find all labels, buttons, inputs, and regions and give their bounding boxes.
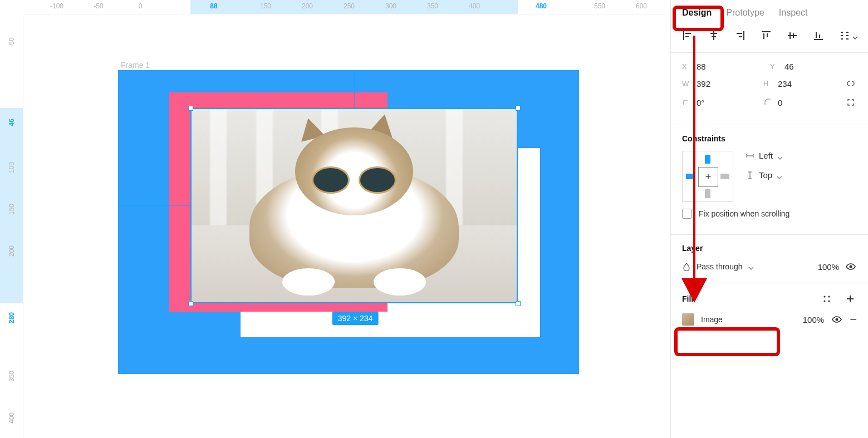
corner-icon	[763, 97, 773, 108]
fill-type[interactable]: Image	[701, 315, 784, 324]
tab-inspect[interactable]: Inspect	[779, 8, 808, 18]
ruler-h-tick: 300	[385, 2, 396, 10]
droplet-icon	[682, 262, 691, 271]
layer-title: Layer	[682, 244, 857, 253]
smart-guide-horizontal	[118, 205, 190, 206]
svg-point-3	[823, 300, 825, 302]
ruler-v-tick: 350	[8, 371, 16, 382]
cat-paw	[282, 268, 335, 296]
constraint-center-icon[interactable]: +	[698, 167, 718, 187]
corner-value[interactable]: 0	[778, 98, 782, 107]
rotation-icon	[682, 97, 692, 108]
remove-fill-icon[interactable]: −	[850, 313, 857, 326]
ruler-v-tick: 200	[8, 245, 16, 257]
style-picker-icon[interactable]	[820, 292, 833, 306]
align-vcenter-icon[interactable]	[786, 29, 798, 42]
rotation-value[interactable]: 0°	[697, 98, 704, 107]
selected-image[interactable]	[190, 108, 518, 303]
fill-visibility-icon[interactable]	[831, 313, 843, 326]
x-label: X	[682, 62, 692, 71]
ruler-h-tick: 350	[427, 2, 438, 10]
cat-paw	[374, 268, 426, 296]
selection-handle-sw[interactable]	[188, 301, 193, 306]
canvas-viewport[interactable]: Frame 1	[23, 14, 670, 438]
align-top-icon[interactable]	[759, 29, 772, 42]
fix-position-label: Fix position when scrolling	[699, 209, 789, 218]
visibility-toggle-icon[interactable]	[845, 260, 857, 273]
cat-sunglasses-icon	[312, 166, 397, 194]
constraint-v-select[interactable]: Top	[746, 170, 783, 180]
ruler-h-tick: 550	[594, 2, 605, 10]
svg-point-2	[828, 296, 830, 297]
canvas-region[interactable]: -100 -50 0 88 150 200 250 300 350 400 48…	[0, 0, 670, 438]
fill-swatch[interactable]	[682, 313, 694, 326]
w-label: W	[682, 80, 692, 88]
ruler-v-tick: 150	[8, 204, 16, 215]
horizontal-icon	[746, 151, 754, 160]
independent-corners-icon[interactable]	[845, 96, 857, 109]
ruler-h-tick: 0	[139, 2, 143, 10]
constraint-h-select[interactable]: Left	[746, 151, 783, 160]
transform-section: X 88 Y 46 W 392 H 234	[671, 53, 868, 125]
svg-point-4	[828, 300, 830, 302]
chevron-down-icon	[777, 173, 782, 178]
chevron-down-icon	[748, 264, 754, 269]
y-field[interactable]: Y 46	[770, 62, 852, 71]
link-dimensions-icon[interactable]	[845, 77, 857, 90]
layer-section: Layer Pass through 100%	[671, 235, 868, 283]
layer-opacity-value[interactable]: 100%	[806, 262, 839, 272]
ruler-v-tick: 100	[8, 162, 16, 173]
x-value[interactable]: 88	[697, 62, 706, 71]
selection-handle-nw[interactable]	[188, 106, 193, 111]
photo-slat	[210, 108, 227, 225]
fix-position-checkbox[interactable]	[682, 209, 692, 219]
ruler-vertical[interactable]: -50 46 100 150 200 280 350 400	[0, 14, 23, 438]
ruler-h-tick: 250	[344, 2, 355, 10]
constraint-top-indicator[interactable]	[705, 155, 710, 164]
ruler-h-tick: 200	[302, 2, 313, 10]
constraints-section: Constraints + Left	[671, 125, 868, 235]
svg-point-0	[850, 265, 852, 268]
blend-mode-value: Pass through	[697, 262, 743, 271]
corner-radius-field[interactable]: 0	[763, 97, 839, 108]
tab-design[interactable]: Design	[682, 8, 712, 18]
properties-panel: Design Prototype Inspect X 88	[670, 0, 868, 438]
dimension-badge: 392 × 234	[332, 312, 379, 325]
h-value[interactable]: 234	[778, 79, 792, 88]
fill-opacity-value[interactable]: 100%	[791, 315, 824, 324]
y-value[interactable]: 46	[784, 62, 794, 71]
ruler-v-sel-start: 46	[8, 119, 16, 126]
constraint-h-value: Left	[759, 151, 773, 160]
svg-point-5	[836, 318, 838, 321]
h-field[interactable]: H 234	[763, 79, 839, 88]
ruler-v-tick: 400	[8, 412, 16, 424]
ruler-h-tick: -100	[50, 2, 63, 10]
y-label: Y	[770, 62, 780, 71]
ruler-h-sel-end: 480	[536, 2, 547, 10]
align-right-icon[interactable]	[733, 29, 746, 42]
constraint-bottom-indicator[interactable]	[705, 189, 710, 198]
constraint-v-value: Top	[759, 170, 772, 180]
panel-tabs: Design Prototype Inspect	[671, 0, 868, 23]
smart-guide-vertical	[354, 70, 355, 108]
chevron-down-icon[interactable]	[852, 33, 858, 38]
constraints-widget[interactable]: +	[682, 151, 733, 202]
chevron-down-icon	[777, 153, 783, 159]
align-bottom-icon[interactable]	[812, 29, 825, 42]
ruler-h-tick: 150	[260, 2, 271, 10]
selection-handle-se[interactable]	[516, 301, 521, 306]
annotation-arrow-line	[693, 36, 695, 296]
tidy-up-icon[interactable]	[838, 29, 851, 42]
ruler-v-tick: -50	[8, 37, 16, 47]
align-left-icon[interactable]	[681, 29, 694, 42]
add-fill-icon[interactable]	[844, 292, 857, 306]
constraint-right-indicator[interactable]	[720, 174, 729, 179]
frame-label[interactable]: Frame 1	[121, 61, 150, 70]
tab-prototype[interactable]: Prototype	[726, 8, 764, 18]
align-hcenter-icon[interactable]	[707, 29, 720, 42]
constraints-title: Constraints	[682, 134, 857, 143]
blend-mode-select[interactable]: Pass through	[682, 262, 800, 271]
selection-handle-ne[interactable]	[516, 106, 521, 111]
ruler-horizontal[interactable]: -100 -50 0 88 150 200 250 300 350 400 48…	[23, 0, 670, 14]
w-value[interactable]: 392	[697, 79, 710, 88]
